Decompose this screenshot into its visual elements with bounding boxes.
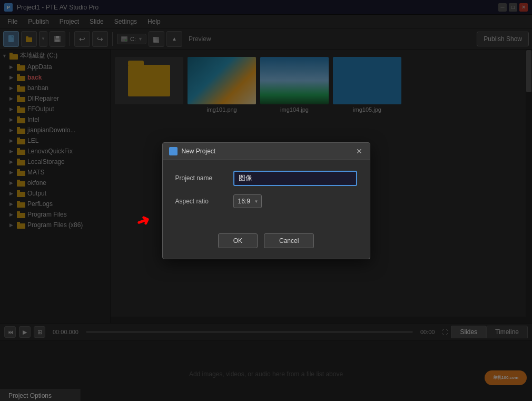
project-name-label: Project name bbox=[175, 174, 233, 182]
project-name-input[interactable] bbox=[233, 171, 357, 186]
aspect-ratio-wrapper: 16:94:33:21:1 bbox=[233, 194, 262, 208]
dialog-footer: OK Cancel bbox=[163, 227, 370, 259]
dialog-cancel-button[interactable]: Cancel bbox=[264, 233, 314, 248]
project-name-row: Project name bbox=[175, 171, 357, 186]
dialog-ok-button[interactable]: OK bbox=[218, 233, 258, 248]
dialog-icon bbox=[169, 147, 178, 155]
arrow-indicator: ➜ bbox=[133, 209, 152, 231]
dialog-body: Project name Aspect ratio 16:94:33:21:1 bbox=[163, 160, 370, 227]
dialog-titlebar: New Project ✕ bbox=[163, 143, 370, 160]
aspect-ratio-select[interactable]: 16:94:33:21:1 bbox=[233, 194, 262, 208]
aspect-ratio-row: Aspect ratio 16:94:33:21:1 bbox=[175, 194, 357, 208]
modal-overlay: ➜ New Project ✕ Project name Aspect rati… bbox=[0, 0, 532, 401]
aspect-ratio-label: Aspect ratio bbox=[175, 198, 233, 205]
new-project-dialog: ➜ New Project ✕ Project name Aspect rati… bbox=[162, 142, 370, 259]
dialog-title: New Project bbox=[182, 148, 351, 155]
dialog-close-button[interactable]: ✕ bbox=[355, 147, 363, 155]
